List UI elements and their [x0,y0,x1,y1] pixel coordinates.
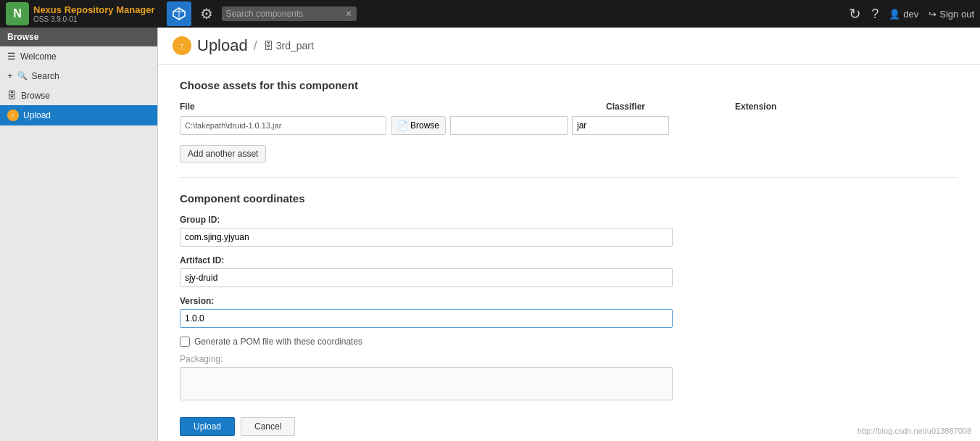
pom-checkbox[interactable] [180,337,190,347]
breadcrumb-repo: 🗄 3rd_part [263,40,314,51]
upload-button-label: Upload [194,421,221,432]
form-area: Choose assets for this component File Cl… [158,65,980,441]
help-icon[interactable]: ? [871,7,879,22]
sidebar: Browse ☰ Welcome + 🔍 Search 🗄 Browse ↑ U… [0,28,158,441]
navbar-right: ↻ ? 👤 dev ↪ Sign out [849,5,974,22]
section-divider [180,177,958,178]
cube-icon[interactable] [167,1,191,26]
extension-input[interactable] [572,116,669,135]
sidebar-item-search-label: Search [32,71,59,81]
breadcrumb-separator: / [254,38,257,54]
packaging-group: Packaging: [180,354,958,403]
asset-row: C:\fakepath\druid-1.0.13.jar 📄 Browse [180,116,958,135]
cancel-button-label: Cancel [254,421,281,432]
sidebar-item-browse[interactable]: 🗄 Browse [0,86,157,105]
browse-button[interactable]: 📄 Browse [391,116,446,135]
brand: N Nexus Repository Manager OSS 3.9.0-01 [6,2,155,25]
col-classifier-header: Classifier [606,102,729,113]
signout-icon: ↪ [929,9,937,20]
browse-file-icon: 📄 [397,120,408,131]
welcome-icon: ☰ [7,51,16,62]
artifact-id-label: Artifact ID: [180,255,958,265]
user-menu[interactable]: 👤 dev [889,9,918,20]
upload-button[interactable]: Upload [180,417,235,436]
coordinates-form: Group ID: Artifact ID: Version: Generate… [180,215,958,403]
upload-sidebar-icon: ↑ [7,110,19,121]
assets-header: File Classifier Extension [180,102,958,113]
signout-label: Sign out [939,9,974,20]
pom-checkbox-label: Generate a POM file with these coordinat… [194,337,362,347]
sidebar-item-welcome[interactable]: ☰ Welcome [0,46,157,66]
file-input-display: C:\fakepath\druid-1.0.13.jar [180,116,386,135]
version-label: Version: [180,296,958,306]
layout: Browse ☰ Welcome + 🔍 Search 🗄 Browse ↑ U… [0,28,980,441]
group-id-group: Group ID: [180,215,958,247]
sidebar-header: Browse [0,28,157,46]
assets-section-title: Choose assets for this component [180,79,958,91]
search-clear-icon[interactable]: ✕ [345,9,352,19]
packaging-label: Packaging: [180,354,958,364]
file-path-text: C:\fakepath\druid-1.0.13.jar [180,121,386,130]
brand-text: Nexus Repository Manager OSS 3.9.0-01 [33,4,155,24]
form-footer: Upload Cancel [180,417,958,441]
coordinates-section-title: Component coordinates [180,192,958,205]
sidebar-item-welcome-label: Welcome [20,51,57,62]
add-asset-label: Add another asset [188,149,258,159]
main-content: ↑ Upload / 🗄 3rd_part Choose assets for … [158,28,980,441]
group-id-label: Group ID: [180,215,958,225]
brand-icon: N [6,2,29,25]
settings-icon[interactable]: ⚙ [200,5,213,22]
col-file-header: File [180,102,390,113]
repo-db-icon: 🗄 [263,40,273,51]
browse-label: Browse [410,120,439,131]
navbar: N Nexus Repository Manager OSS 3.9.0-01 … [0,0,980,28]
page-header: ↑ Upload / 🗄 3rd_part [158,28,980,65]
group-id-input[interactable] [180,228,673,247]
watermark: http://blog.csdn.net/u013887008 [858,426,971,435]
cancel-button[interactable]: Cancel [241,417,295,436]
artifact-id-input[interactable] [180,268,673,287]
classifier-input[interactable] [450,116,568,135]
sidebar-item-search-icon2: 🔍 [17,71,28,81]
sidebar-item-browse-label: Browse [21,91,50,101]
search-sidebar-icon: + [7,70,13,81]
version-input[interactable] [180,309,673,328]
col-extension-header: Extension [735,102,836,113]
user-name: dev [903,9,918,20]
page-title: Upload [197,36,248,55]
sidebar-item-upload[interactable]: ↑ Upload [0,105,157,125]
sidebar-item-upload-label: Upload [23,110,51,120]
artifact-id-group: Artifact ID: [180,255,958,287]
search-box: ✕ [222,7,357,21]
sidebar-item-search[interactable]: + 🔍 Search [0,66,157,86]
repo-name: 3rd_part [276,40,314,51]
app-version: OSS 3.9.0-01 [33,15,155,23]
signout-button[interactable]: ↪ Sign out [929,9,974,20]
packaging-input[interactable] [180,367,673,400]
browse-icon: 🗄 [7,90,17,101]
refresh-icon[interactable]: ↻ [849,5,861,22]
page-upload-icon: ↑ [173,36,191,55]
pom-checkbox-row: Generate a POM file with these coordinat… [180,337,958,347]
search-input[interactable] [226,9,342,19]
assets-table: File Classifier Extension C:\fakepath\dr… [180,102,958,135]
user-icon: 👤 [889,9,900,20]
app-title: Nexus Repository Manager [33,4,155,16]
version-group: Version: [180,296,958,328]
add-asset-button[interactable]: Add another asset [180,145,266,162]
